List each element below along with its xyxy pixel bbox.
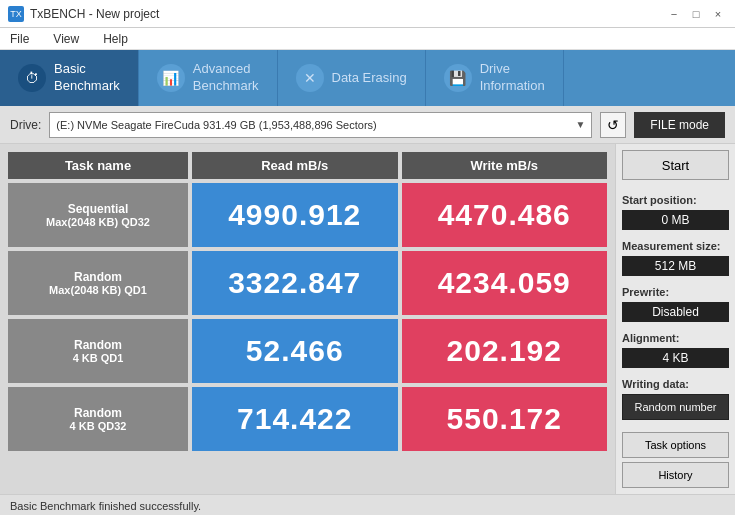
benchmark-header: Task name Read mB/s Write mB/s xyxy=(8,152,607,179)
tab-advanced-line1: Advanced xyxy=(193,61,259,78)
row-read-random-4k-qd32: 714.422 xyxy=(192,387,398,451)
prewrite-label: Prewrite: xyxy=(622,286,729,298)
col-header-read: Read mB/s xyxy=(192,152,398,179)
tab-data-erasing[interactable]: ✕ Data Erasing xyxy=(278,50,426,106)
measurement-size-label: Measurement size: xyxy=(622,240,729,252)
benchmark-area: Task name Read mB/s Write mB/s Sequentia… xyxy=(0,144,615,494)
alignment-label: Alignment: xyxy=(622,332,729,344)
tab-basic-line2: Benchmark xyxy=(54,78,120,95)
row-write-sequential: 4470.486 xyxy=(402,183,608,247)
alignment-value: 4 KB xyxy=(622,348,729,368)
col-header-write: Write mB/s xyxy=(402,152,608,179)
row-read-random-max: 3322.847 xyxy=(192,251,398,315)
row-label-random-4k-qd1: Random 4 KB QD1 xyxy=(8,319,188,383)
title-bar-controls: − □ × xyxy=(665,5,727,23)
maximize-button[interactable]: □ xyxy=(687,5,705,23)
col-header-task: Task name xyxy=(8,152,188,179)
drive-dropdown-icon: ▼ xyxy=(575,119,585,130)
title-bar: TX TxBENCH - New project − □ × xyxy=(0,0,735,28)
measurement-size-value: 512 MB xyxy=(622,256,729,276)
app-icon: TX xyxy=(8,6,24,22)
prewrite-value: Disabled xyxy=(622,302,729,322)
task-options-button[interactable]: Task options xyxy=(622,432,729,458)
table-row: Sequential Max(2048 KB) QD32 4990.912 44… xyxy=(8,183,607,247)
main-area: Task name Read mB/s Write mB/s Sequentia… xyxy=(0,144,735,494)
right-panel: Start Start position: 0 MB Measurement s… xyxy=(615,144,735,494)
nav-bar: ⏱ Basic Benchmark 📊 Advanced Benchmark ✕… xyxy=(0,50,735,106)
tab-basic-benchmark[interactable]: ⏱ Basic Benchmark xyxy=(0,50,139,106)
tab-basic-line1: Basic xyxy=(54,61,120,78)
row-write-random-4k-qd32: 550.172 xyxy=(402,387,608,451)
tab-advanced-line2: Benchmark xyxy=(193,78,259,95)
drive-info-icon: 💾 xyxy=(444,64,472,92)
data-erasing-icon: ✕ xyxy=(296,64,324,92)
table-row: Random 4 KB QD1 52.466 202.192 xyxy=(8,319,607,383)
tab-erasing-line1: Data Erasing xyxy=(332,70,407,87)
tab-drive-line2: Information xyxy=(480,78,545,95)
menu-view[interactable]: View xyxy=(47,30,85,48)
basic-benchmark-icon: ⏱ xyxy=(18,64,46,92)
close-button[interactable]: × xyxy=(709,5,727,23)
start-position-value: 0 MB xyxy=(622,210,729,230)
tab-advanced-benchmark[interactable]: 📊 Advanced Benchmark xyxy=(139,50,278,106)
history-button[interactable]: History xyxy=(622,462,729,488)
title-bar-left: TX TxBENCH - New project xyxy=(8,6,159,22)
menu-help[interactable]: Help xyxy=(97,30,134,48)
start-position-label: Start position: xyxy=(622,194,729,206)
window-title: TxBENCH - New project xyxy=(30,7,159,21)
writing-data-label: Writing data: xyxy=(622,378,729,390)
row-label-sequential: Sequential Max(2048 KB) QD32 xyxy=(8,183,188,247)
drive-label: Drive: xyxy=(10,118,41,132)
tab-drive-information[interactable]: 💾 Drive Information xyxy=(426,50,564,106)
advanced-benchmark-icon: 📊 xyxy=(157,64,185,92)
row-read-random-4k-qd1: 52.466 xyxy=(192,319,398,383)
status-text: Basic Benchmark finished successfully. xyxy=(10,500,201,512)
table-row: Random 4 KB QD32 714.422 550.172 xyxy=(8,387,607,451)
row-read-sequential: 4990.912 xyxy=(192,183,398,247)
menu-bar: File View Help xyxy=(0,28,735,50)
status-bar: Basic Benchmark finished successfully. xyxy=(0,494,735,515)
tab-drive-line1: Drive xyxy=(480,61,545,78)
row-write-random-max: 4234.059 xyxy=(402,251,608,315)
drive-bar: Drive: (E:) NVMe Seagate FireCuda 931.49… xyxy=(0,106,735,144)
row-write-random-4k-qd1: 202.192 xyxy=(402,319,608,383)
file-mode-button[interactable]: FILE mode xyxy=(634,112,725,138)
minimize-button[interactable]: − xyxy=(665,5,683,23)
row-label-random-max: Random Max(2048 KB) QD1 xyxy=(8,251,188,315)
start-button[interactable]: Start xyxy=(622,150,729,180)
writing-data-button[interactable]: Random number xyxy=(622,394,729,420)
drive-select-text: (E:) NVMe Seagate FireCuda 931.49 GB (1,… xyxy=(56,119,575,131)
menu-file[interactable]: File xyxy=(4,30,35,48)
refresh-button[interactable]: ↺ xyxy=(600,112,626,138)
row-label-random-4k-qd32: Random 4 KB QD32 xyxy=(8,387,188,451)
table-row: Random Max(2048 KB) QD1 3322.847 4234.05… xyxy=(8,251,607,315)
drive-select[interactable]: (E:) NVMe Seagate FireCuda 931.49 GB (1,… xyxy=(49,112,592,138)
